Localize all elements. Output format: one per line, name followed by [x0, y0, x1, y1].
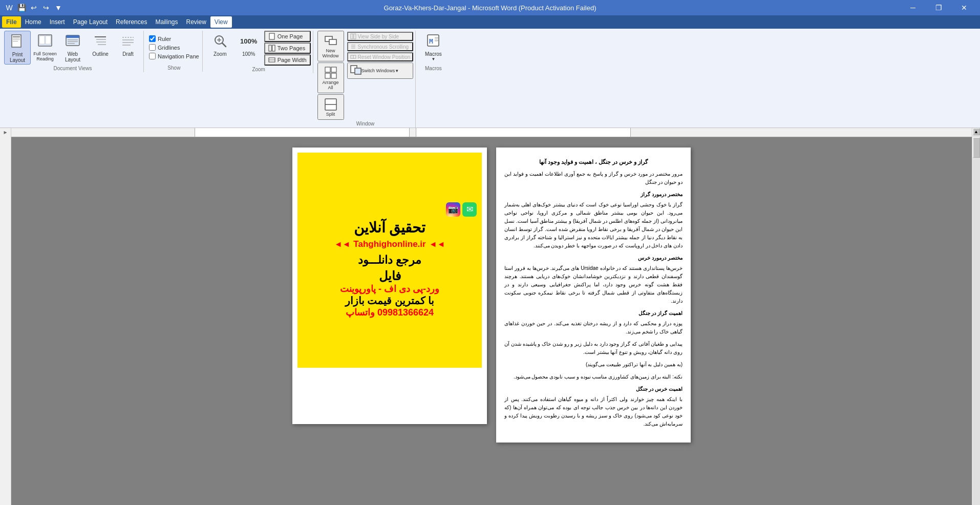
switch-windows-icon [350, 65, 361, 77]
show-content: Ruler Gridlines Navigation Pane [148, 31, 200, 64]
document-scroll-area[interactable]: 📷 ✉ تحقیق آنلاین ◄◄ Tahghighonline.ir ◄◄… [11, 137, 972, 505]
reset-window-position-button[interactable]: Reset Window Position [347, 52, 414, 61]
menu-mailings[interactable]: Mailings [151, 16, 182, 28]
print-layout-icon [9, 33, 26, 50]
menu-home[interactable]: Home [21, 16, 46, 28]
ribbon-group-zoom: Zoom 100% 100% One Page Two Pages Page W… [205, 31, 313, 73]
redo-icon[interactable]: ↪ [41, 3, 51, 13]
scroll-thumb[interactable] [973, 137, 980, 158]
page-2-text: گراز و خرس در جنگل ، اهمیت و فواید وجود … [504, 158, 683, 428]
main-area: ◄ 📷 ✉ تحقیق آنلاین [0, 128, 980, 505]
svg-rect-11 [68, 41, 78, 43]
navigation-pane-checkbox-label[interactable]: Navigation Pane [148, 52, 200, 60]
vertical-scrollbar[interactable]: ▲ ▼ [972, 128, 980, 505]
web-layout-icon [65, 33, 81, 49]
social-icons: 📷 ✉ [303, 202, 477, 217]
gridlines-checkbox[interactable] [149, 44, 156, 51]
new-window-label: New Window [319, 48, 342, 58]
page2-section7-text: با اینکه همه چیز خوارند ولی اکثراً از دا… [504, 395, 683, 428]
page2-section2-text: خرس‌ها پستانداری هستند که در خانواده Urs… [504, 264, 683, 305]
page-2: گراز و خرس در جنگل ، اهمیت و فواید وجود … [496, 148, 691, 443]
svg-rect-6 [39, 36, 45, 44]
page2-section1-text: گراز یا خوک وحشی اوراسیا نوعی خوک است که… [504, 201, 683, 250]
scroll-up-button[interactable]: ▲ [973, 128, 980, 135]
outline-button[interactable]: Outline [87, 31, 114, 65]
ruler-label: Ruler [158, 36, 171, 42]
svg-rect-3 [13, 39, 20, 40]
draft-button[interactable]: Draft [115, 31, 141, 65]
window-title: Goraz-Va-Khers-Dar-Jangal - Microsoft Wo… [384, 4, 596, 12]
undo-icon[interactable]: ↩ [29, 3, 39, 13]
window-right-buttons: View Side by Side Synchronous Scrolling … [347, 31, 414, 79]
web-layout-button[interactable]: Web Layout [59, 31, 86, 65]
page2-section3-text: پوزه دراز و محکمی که دارد و از ریشه درخت… [504, 320, 683, 336]
menu-insert[interactable]: Insert [46, 16, 69, 28]
minimize-button[interactable]: ─ [901, 0, 925, 15]
one-page-button[interactable]: One Page [264, 31, 311, 42]
svg-rect-26 [269, 45, 271, 51]
sidebar-indicator[interactable]: ◄ [3, 130, 8, 136]
print-layout-button[interactable]: Print Layout [4, 31, 31, 65]
window-left-buttons: New Window Arrange All Split [317, 31, 344, 120]
ruler-checkbox-label[interactable]: Ruler [148, 35, 172, 43]
menu-page-layout[interactable]: Page Layout [69, 16, 112, 28]
page-width-button[interactable]: Page Width [264, 54, 311, 66]
zoom-100-label: 100% [242, 51, 255, 57]
ad-price: با کمترین قیمت بازار [345, 294, 435, 307]
svg-rect-1 [13, 36, 20, 37]
gridlines-checkbox-label[interactable]: Gridlines [148, 44, 181, 51]
svg-rect-4 [13, 41, 18, 41]
page2-section3-title: اهمیت گراز در جنگل [504, 309, 683, 318]
arrange-all-button[interactable]: Arrange All [317, 62, 344, 93]
synchronous-scrolling-button[interactable]: Synchronous Scrolling [347, 42, 414, 51]
menu-file[interactable]: File [2, 16, 21, 28]
svg-rect-39 [354, 34, 356, 39]
ribbon: Print Layout Full ScreenReading Web Layo… [0, 29, 980, 128]
ad-file-label: فایل [379, 269, 401, 283]
svg-rect-38 [351, 34, 353, 39]
view-side-by-side-button[interactable]: View Side by Side [347, 32, 414, 41]
svg-rect-27 [272, 45, 275, 51]
zoom-100-button[interactable]: 100% 100% [236, 31, 262, 65]
svg-rect-9 [66, 35, 79, 38]
menu-review[interactable]: Review [182, 16, 210, 28]
ruler-checkbox[interactable] [149, 35, 156, 42]
full-screen-reading-button[interactable]: Full ScreenReading [32, 31, 58, 65]
customize-icon[interactable]: ▼ [53, 3, 63, 13]
svg-rect-35 [331, 73, 336, 78]
restore-button[interactable]: ❐ [927, 0, 950, 15]
navigation-pane-checkbox[interactable] [149, 53, 156, 59]
arrange-all-label: Arrange All [319, 80, 342, 90]
scroll-track[interactable] [973, 135, 980, 505]
ad-title: تحقیق آنلاین [354, 219, 426, 237]
menu-view[interactable]: View [210, 16, 232, 28]
svg-rect-31 [329, 39, 336, 45]
switch-windows-label: Switch Windows [361, 68, 395, 73]
new-window-button[interactable]: New Window [317, 31, 344, 61]
ribbon-group-macros: M Macros ▼ Macros [418, 31, 449, 72]
window-content: New Window Arrange All Split [317, 31, 414, 120]
window-controls: ─ ❐ ✕ [901, 0, 976, 15]
pages-container: 📷 ✉ تحقیق آنلاین ◄◄ Tahghighonline.ir ◄◄… [292, 148, 691, 505]
page2-section7-title: اهمیت خرس در جنگل [504, 385, 683, 393]
save-icon[interactable]: 💾 [16, 3, 27, 13]
page-1: 📷 ✉ تحقیق آنلاین ◄◄ Tahghighonline.ir ◄◄… [292, 148, 487, 424]
new-window-icon [324, 34, 338, 48]
macros-button[interactable]: M Macros ▼ [420, 31, 446, 65]
ad-download-ref: مرجع دانلـــود [358, 254, 421, 267]
zoom-label: Zoom [214, 51, 227, 57]
menu-bar: File Home Insert Page Layout References … [0, 15, 980, 29]
word-logo-icon: W [4, 3, 14, 13]
close-button[interactable]: ✕ [952, 0, 976, 15]
switch-windows-button[interactable]: Switch Windows ▼ [347, 62, 414, 79]
ad-website: Tahghighonline.ir [353, 239, 425, 249]
outline-label: Outline [92, 51, 109, 57]
page2-title: گراز و خرس در جنگل ، اهمیت و فواید وجود … [504, 158, 683, 167]
split-button[interactable]: Split [317, 94, 344, 120]
draft-icon [120, 33, 136, 49]
zoom-button[interactable]: Zoom [207, 31, 233, 65]
horizontal-ruler [11, 128, 972, 137]
two-pages-button[interactable]: Two Pages [264, 43, 311, 54]
menu-references[interactable]: References [112, 16, 151, 28]
full-screen-icon [37, 33, 53, 49]
